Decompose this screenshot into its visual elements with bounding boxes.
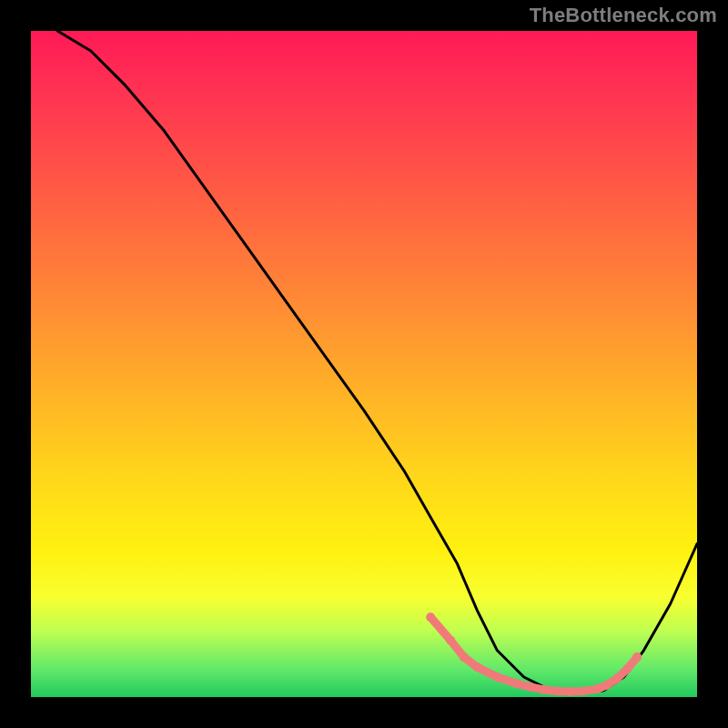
marker-dot xyxy=(512,679,521,688)
marker-dot xyxy=(426,612,435,622)
marker-dot xyxy=(632,652,642,662)
chart-container: TheBottleneck.com xyxy=(0,0,728,728)
marker-dot xyxy=(446,636,455,645)
marker-dot xyxy=(526,682,535,692)
watermark-text: TheBottleneck.com xyxy=(530,4,717,27)
marker-dot xyxy=(592,684,602,693)
plot-area xyxy=(31,31,697,697)
bottleneck-curve xyxy=(57,31,697,693)
marker-dot xyxy=(622,664,632,673)
marker-dot xyxy=(552,686,561,695)
marker-dot xyxy=(540,685,549,694)
marker-dot xyxy=(612,674,622,683)
chart-svg xyxy=(31,31,697,697)
marker-dot xyxy=(580,686,589,695)
marker-dot xyxy=(472,662,481,672)
marker-dot xyxy=(566,687,575,696)
marker-dot xyxy=(460,652,469,662)
marker-dot xyxy=(492,672,501,682)
marker-dot xyxy=(602,681,612,690)
